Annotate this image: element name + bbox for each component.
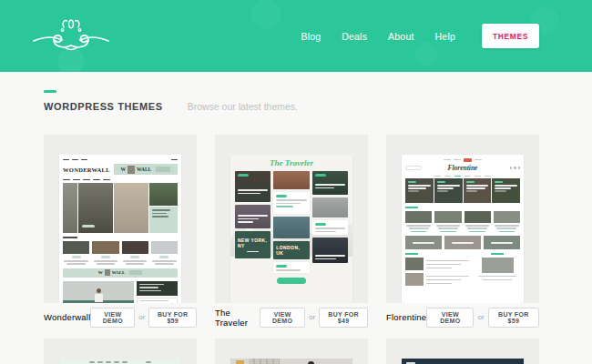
row2-preview-1 (59, 359, 181, 364)
florentine-preview-logo: Florentine (422, 164, 504, 172)
wonderwall-hero-images (63, 183, 178, 233)
row2-thumbnail-3[interactable] (386, 339, 539, 364)
theme-card-row2-2 (215, 339, 368, 364)
nav-item-blog[interactable]: Blog (301, 31, 321, 42)
traveler-load-more-pill (277, 278, 306, 284)
florentine-preview: Florentine (402, 155, 524, 303)
row2-preview-2 (230, 359, 352, 364)
traveler-preview: The Traveler NEW YORK, NY (230, 155, 352, 303)
site-header: Blog Deals About Help THEMES (0, 0, 592, 72)
traveler-city-card-london: LONDON, UK (276, 245, 306, 256)
nav-item-help[interactable]: Help (435, 31, 455, 42)
view-demo-button[interactable]: VIEW DEMO (260, 308, 305, 328)
florentine-featured-posts (405, 211, 520, 232)
theme-card-traveler: The Traveler NEW YORK, NY (215, 135, 368, 325)
theme-card-row2-3 (386, 339, 539, 364)
buy-button[interactable]: BUY FOR $59 (488, 308, 539, 328)
traveler-meta-row: The Traveler VIEW DEMO or BUY FOR $49 (215, 309, 368, 325)
buy-button[interactable]: BUY FOR $49 (319, 308, 368, 328)
themes-button[interactable]: THEMES (482, 24, 539, 48)
florentine-meta-row: Florentine VIEW DEMO or BUY FOR $59 (386, 309, 539, 325)
section-header: WORDPRESS THEMES Browse our latest theme… (44, 101, 539, 112)
section-accent-dash (44, 90, 56, 93)
themes-grid: WONDERWALL WWALL (44, 135, 539, 364)
wonderwall-meta-row: Wonderwall VIEW DEMO or BUY FOR $59 (44, 309, 197, 325)
main-content: WORDPRESS THEMES Browse our latest theme… (0, 72, 592, 364)
florentine-search-box (405, 166, 422, 170)
theme-card-florentine: Florentine (386, 135, 539, 325)
florentine-hero-row (405, 178, 520, 203)
main-nav: Blog Deals About Help THEMES (301, 24, 539, 48)
wonderwall-preview-logo: WONDERWALL (63, 167, 110, 173)
or-text: or (138, 313, 145, 321)
theme-card-wonderwall: WONDERWALL WWALL (44, 135, 197, 325)
flourish-logo-icon[interactable] (31, 15, 111, 57)
view-demo-button[interactable]: VIEW DEMO (90, 308, 135, 328)
florentine-bottom-section (405, 253, 520, 286)
florentine-featured-label (405, 207, 418, 208)
row2-thumbnail-2[interactable] (215, 339, 368, 364)
section-subtitle: Browse our latest themes. (188, 101, 298, 112)
wonderwall-trending-row (63, 237, 178, 265)
wonderwall-mid-banner: WWALL (63, 268, 178, 278)
traveler-city-card-ny: NEW YORK, NY (238, 238, 268, 248)
section-title: WORDPRESS THEMES (44, 101, 163, 112)
traveler-thumbnail[interactable]: The Traveler NEW YORK, NY (215, 135, 368, 303)
wonderwall-preview: WONDERWALL WWALL (59, 155, 181, 303)
wonderwall-preview-banner: WWALL (114, 164, 178, 175)
wonderwall-thumbnail[interactable]: WONDERWALL WWALL (44, 135, 197, 303)
florentine-category-row (405, 236, 520, 249)
traveler-masonry-grid: NEW YORK, NY LONDON, UK (235, 171, 348, 273)
wonderwall-bottom-section (63, 281, 178, 304)
row2-thumbnail-1[interactable] (44, 339, 197, 364)
or-text: or (309, 313, 315, 321)
buy-button[interactable]: BUY FOR $59 (148, 308, 197, 328)
nav-item-deals[interactable]: Deals (342, 31, 367, 42)
theme-name: Wonderwall (44, 312, 90, 322)
theme-name: Florentine (386, 312, 426, 322)
theme-name: The Traveler (215, 308, 260, 328)
or-text: or (477, 313, 484, 321)
florentine-thumbnail[interactable]: Florentine (386, 135, 539, 303)
theme-card-row2-1 (44, 339, 197, 364)
row2-preview-3 (402, 359, 524, 364)
florentine-red-badge (464, 158, 472, 162)
nav-item-about[interactable]: About (388, 31, 413, 42)
traveler-preview-logo: The Traveler (235, 158, 348, 171)
view-demo-button[interactable]: VIEW DEMO (426, 308, 474, 328)
